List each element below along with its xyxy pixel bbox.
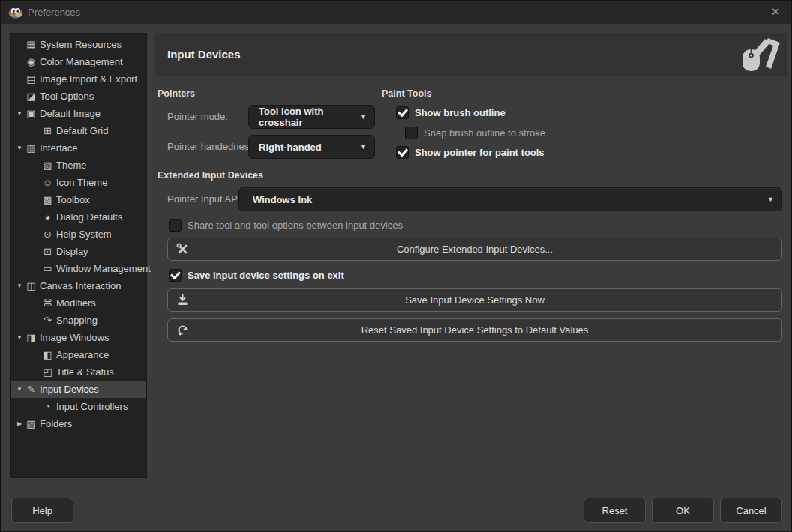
sidebar-item-input-devices[interactable]: ▼ ✎ Input Devices [10,381,146,398]
page-header: Input Devices [154,33,787,76]
expander-icon[interactable]: ▼ [14,282,25,289]
save-icon [176,294,189,306]
sidebar-item-dialog-defaults[interactable]: ◕ Dialog Defaults [10,208,146,226]
share-tool-options-checkbox-row[interactable]: Share tool and tool options between inpu… [169,219,403,231]
item-label: Canvas Interaction [40,280,121,291]
sidebar-item-toolbox[interactable]: ▩ Toolbox [10,191,146,208]
show-brush-outline-checkbox-row[interactable]: Show brush outline [396,106,506,118]
extended-input-devices-heading: Extended Input Devices [158,170,263,181]
button-label: Configure Extended Input Devices... [397,244,553,255]
expander-icon[interactable]: ▼ [14,110,25,117]
pointer-handedness-value: Right-handed [259,142,322,153]
modifiers-icon: ⌘ [41,297,54,309]
reset-button[interactable]: Reset [584,498,646,523]
sidebar-item-system-resources[interactable]: ▦ System Resources [10,36,146,53]
image-import-export-icon: ▤ [25,73,38,85]
sidebar-item-tool-options[interactable]: ◪ Tool Options [10,88,146,105]
sidebar-item-modifiers[interactable]: ⌘ Modifiers [10,294,146,312]
pointer-handedness-dropdown[interactable]: Right-handed ▼ [248,135,375,159]
sidebar-item-image-import-export[interactable]: ▤ Image Import & Export [10,70,146,88]
checkbox-label: Show pointer for paint tools [415,147,544,158]
sidebar-item-default-image[interactable]: ▼ ▣ Default Image [10,105,146,122]
snapping-icon: ↷ [41,315,54,326]
sidebar-item-window-management[interactable]: ▭ Window Management [10,260,146,277]
item-label: Icon Theme [56,177,107,188]
item-label: Window Management [56,263,151,274]
checkbox-icon[interactable] [396,146,409,159]
expander-icon[interactable]: ▼ [14,334,25,341]
configure-extended-input-devices-button[interactable]: Configure Extended Input Devices... [167,238,782,261]
sidebar-item-default-grid[interactable]: ⊞ Default Grid [10,122,146,139]
input-devices-icon: ✎ [25,384,38,395]
pointer-input-api-dropdown[interactable]: Windows Ink ▼ [238,187,782,211]
save-settings-on-exit-checkbox-row[interactable]: Save input device settings on exit [169,269,344,281]
checkbox-icon[interactable] [169,269,182,282]
item-label: Folders [40,418,72,429]
checkbox-label: Snap brush outline to stroke [424,127,545,139]
paint-tools-heading: Paint Tools [382,88,431,99]
sidebar-item-color-management[interactable]: ◉ Color Management [10,53,146,70]
item-label: Tool Options [40,91,94,102]
item-label: Help System [56,229,112,240]
input-devices-icon [738,37,782,72]
checkbox-icon[interactable] [405,127,418,139]
interface-icon: ▥ [25,142,38,154]
theme-icon: ▧ [41,160,54,171]
sidebar-item-canvas-interaction[interactable]: ▼ ◫ Canvas Interaction [10,277,146,294]
expander-icon[interactable]: ▶ [14,420,25,427]
item-label: Default Grid [56,125,108,136]
close-icon[interactable]: ✕ [764,1,787,24]
input-controllers-icon: ◔ [41,401,54,412]
item-label: Modifiers [56,297,96,309]
button-label: Help [32,505,52,516]
reset-icon [176,324,189,336]
sidebar-item-folders[interactable]: ▶ ▨ Folders [10,415,146,432]
chevron-down-icon: ▼ [767,196,774,203]
item-label: Display [56,246,88,257]
sidebar-item-image-windows[interactable]: ▼ ◨ Image Windows [10,329,146,346]
pointer-handedness-label: Pointer handedness: [167,135,256,159]
item-label: Input Controllers [56,401,128,412]
window-title: Preferences [28,1,80,24]
help-system-icon: ⊙ [41,229,54,240]
sidebar-item-help-system[interactable]: ⊙ Help System [10,226,146,243]
checkbox-icon[interactable] [396,106,409,119]
item-label: Default Image [40,108,100,119]
sidebar-item-interface[interactable]: ▼ ▥ Interface [10,139,146,157]
sidebar-item-appearance[interactable]: ◧ Appearance [10,346,146,363]
checkbox-label: Share tool and tool options between inpu… [188,220,403,231]
sidebar-item-input-controllers[interactable]: ◔ Input Controllers [10,398,146,415]
snap-brush-outline-checkbox-row[interactable]: Snap brush outline to stroke [405,127,545,139]
pointer-input-api-value: Windows Ink [253,194,312,205]
reset-saved-input-device-settings-button[interactable]: Reset Saved Input Device Settings to Def… [167,318,782,342]
sidebar-item-snapping[interactable]: ↷ Snapping [10,312,146,329]
cancel-button[interactable]: Cancel [720,498,782,523]
pointer-mode-dropdown[interactable]: Tool icon with crosshair ▼ [248,105,375,129]
ok-button[interactable]: OK [652,498,714,523]
help-button[interactable]: Help [11,498,74,523]
sidebar-item-theme[interactable]: ▧ Theme [10,157,146,174]
toolbox-icon: ▩ [41,194,54,205]
item-label: Image Windows [40,332,109,343]
pointer-input-api-label: Pointer Input API: [167,187,243,211]
item-label: Dialog Defaults [56,211,122,223]
tools-icon [176,243,189,256]
item-label: Color Management [40,56,123,67]
save-input-device-settings-button[interactable]: Save Input Device Settings Now [167,288,782,312]
page-title: Input Devices [167,33,241,76]
folders-icon: ▨ [25,418,38,429]
chevron-down-icon: ▼ [360,143,367,151]
pointer-mode-value: Tool icon with crosshair [259,106,354,128]
sidebar-item-display[interactable]: ⊡ Display [10,243,146,260]
color-management-icon: ◉ [25,56,38,67]
item-label: Title & Status [56,366,114,378]
button-label: Save Input Device Settings Now [405,294,544,306]
sidebar-item-icon-theme[interactable]: ☺ Icon Theme [10,174,146,191]
expander-icon[interactable]: ▼ [14,145,25,151]
sidebar-item-title-status[interactable]: ◰ Title & Status [10,363,146,381]
show-pointer-paint-tools-checkbox-row[interactable]: Show pointer for paint tools [396,146,544,158]
checkbox-icon[interactable] [169,219,182,232]
item-label: Toolbox [56,194,90,205]
expander-icon[interactable]: ▼ [14,386,25,393]
item-label: Theme [56,160,86,171]
